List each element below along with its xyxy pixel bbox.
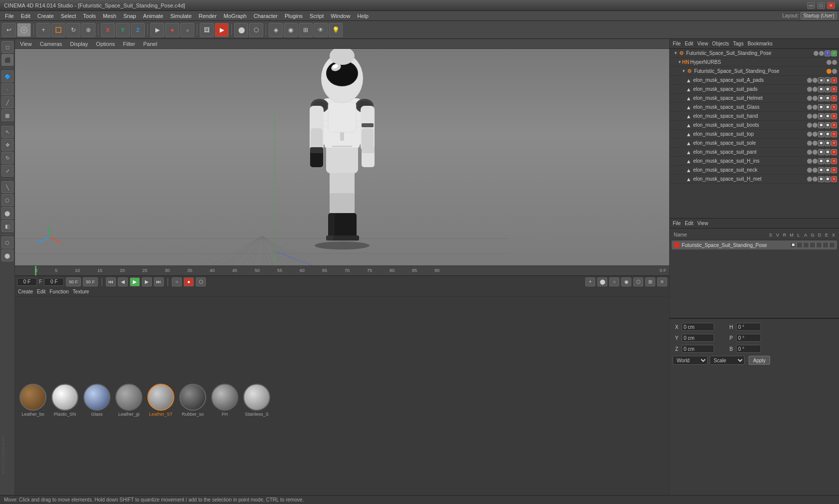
obj-tag-pant-3[interactable]: ✕	[831, 149, 837, 155]
obj-dot-s2[interactable]	[813, 141, 818, 146]
obj-dot-p2[interactable]	[813, 87, 818, 92]
attr-menu-view[interactable]: View	[697, 221, 708, 226]
obj-dot-hn-1[interactable]	[827, 60, 832, 65]
obj-item-sole[interactable]: ▲ elon_musk_space_suit_sole 🔲 🔲 ✕	[670, 139, 839, 148]
play-btn[interactable]: ▶	[150, 23, 164, 37]
key-btn-4[interactable]: ⬡	[633, 277, 643, 286]
obj-tag-a-pads-3[interactable]: ✕	[831, 77, 837, 83]
obj-tag-helmet-1[interactable]: 🔲	[818, 95, 824, 101]
obj-item-pose[interactable]: ▼ ⚙ Futuristic_Space_Suit_Standing_Pose	[670, 67, 839, 76]
obj-tag-sole-1[interactable]: 🔲	[818, 140, 824, 146]
obj-menu-view[interactable]: View	[697, 41, 708, 46]
obj-tag-ins-1[interactable]: 🔲	[818, 158, 824, 164]
vp-menu-cameras[interactable]: Cameras	[38, 40, 64, 47]
obj-dot-2a[interactable]	[813, 78, 818, 83]
obj-dot-m1[interactable]	[807, 177, 812, 182]
obj-tag-a-pads-2[interactable]: 🔲	[825, 77, 831, 83]
obj-menu-tags[interactable]: Tags	[733, 41, 744, 46]
obj-item-a-pads[interactable]: ▲ elon_musk_space_suit_A_pads 🔲 🔲 ✕	[670, 76, 839, 85]
record-btn-transport[interactable]: ●	[184, 277, 194, 286]
move-tool-btn[interactable]	[17, 23, 31, 37]
key-btn-1[interactable]: ⬤	[597, 277, 607, 286]
obj-item-helmet[interactable]: ▲ elon_musk_space_suit_Helmet 🔲 🔲 ✕	[670, 94, 839, 103]
obj-item-pant[interactable]: ▲ elon_musk_space_suit_pant 🔲 🔲 ✕	[670, 148, 839, 157]
attr-selected-row[interactable]: Futuristic_Space_Suit_Standing_Pose 🔲	[672, 241, 837, 250]
obj-arrow-hn[interactable]: ▼	[678, 60, 682, 64]
obj-tag-boots-3[interactable]: ✕	[831, 122, 837, 128]
vp-menu-filter[interactable]: Filter	[121, 40, 137, 47]
obj-item-root[interactable]: ▼ ⚙ Futuristic_Space_Suit_Standing_Pose …	[670, 49, 839, 58]
obj-dot-b1[interactable]	[807, 123, 812, 128]
record-btn[interactable]: ●	[165, 23, 179, 37]
attr-menu-file[interactable]: File	[673, 221, 681, 226]
obj-item-hypernurbs[interactable]: ▼ HN HyperNURBS	[670, 58, 839, 67]
new-btn[interactable]: +	[36, 23, 50, 37]
vp-menu-display[interactable]: Display	[68, 40, 90, 47]
tool-1[interactable]: ↖	[1, 126, 13, 138]
obj-item-neck[interactable]: ▲ elon_musk_space_suit_neck 🔲 🔲 ✕	[670, 166, 839, 175]
menu-help[interactable]: Help	[354, 12, 372, 19]
mat-leather-brown[interactable]: Leather_bo	[18, 384, 48, 417]
start-frame-field[interactable]	[44, 278, 64, 286]
obj-dot-g2[interactable]	[813, 105, 818, 110]
viewport-3d[interactable]: Perspective ↑ ⊞	[15, 49, 669, 265]
obj-dot-1a[interactable]	[807, 78, 812, 83]
obj-tag-h-met-3[interactable]: ✕	[831, 176, 837, 182]
go-start-btn[interactable]: ⏮	[106, 277, 116, 286]
menu-character[interactable]: Character	[251, 12, 281, 19]
attr-icon-1[interactable]: 🔲	[790, 242, 796, 248]
attr-icon-7[interactable]	[829, 242, 835, 248]
obj-tag-pads-1[interactable]: 🔲	[818, 86, 824, 92]
obj-dot-2[interactable]	[819, 51, 824, 56]
keyframe-btn[interactable]: ⬦	[180, 23, 194, 37]
attr-icon-6[interactable]	[823, 242, 829, 248]
coord-x-pos[interactable]	[682, 323, 714, 331]
point-mode-btn[interactable]: ·	[1, 83, 13, 95]
mat-menu-texture[interactable]: Texture	[73, 289, 89, 294]
obj-dot-i1[interactable]	[807, 159, 812, 164]
tool-8[interactable]: ◧	[1, 220, 13, 232]
menu-snap[interactable]: Snap	[120, 12, 139, 19]
key-btn-5[interactable]: ⊞	[645, 277, 655, 286]
undo-btn[interactable]: ↩	[2, 23, 16, 37]
obj-item-top[interactable]: ▲ elon_musk_space_suit_top 🔲 🔲 ✕	[670, 130, 839, 139]
apply-button[interactable]: Apply	[749, 356, 770, 365]
obj-tag-1[interactable]: T	[825, 50, 831, 56]
obj-tag-h-met-2[interactable]: 🔲	[825, 176, 831, 182]
obj-dot-hn-2[interactable]	[832, 60, 837, 65]
menu-create[interactable]: Create	[34, 12, 57, 19]
mat-rubber-sole[interactable]: Rubber_so	[178, 384, 208, 417]
menu-select[interactable]: Select	[58, 12, 79, 19]
coord-h-val[interactable]	[736, 323, 761, 331]
field-btn[interactable]: ◉	[284, 23, 298, 37]
mat-fh[interactable]: FH	[210, 384, 240, 417]
sphere-btn[interactable]: ⬤	[234, 23, 248, 37]
obj-tag-neck-1[interactable]: 🔲	[818, 167, 824, 173]
menu-mograph[interactable]: MoGraph	[221, 12, 250, 19]
vp-menu-view[interactable]: View	[18, 40, 34, 47]
obj-item-h-met[interactable]: ▲ elon_musk_space_suit_H_met 🔲 🔲 ✕	[670, 175, 839, 184]
obj-tag-sole-3[interactable]: ✕	[831, 140, 837, 146]
camera-btn[interactable]: 👁	[314, 23, 328, 37]
menu-window[interactable]: Window	[328, 12, 353, 19]
obj-tag-h-met-1[interactable]: 🔲	[818, 176, 824, 182]
obj-dot-ha2[interactable]	[813, 114, 818, 119]
z-axis-btn[interactable]: Z	[131, 23, 145, 37]
window-controls[interactable]: — □ ✕	[807, 2, 835, 9]
render-view-btn[interactable]: 🖼	[200, 23, 214, 37]
obj-dot-t2[interactable]	[813, 132, 818, 137]
play-forward-btn[interactable]: ▶	[130, 277, 140, 286]
obj-dot-ha1[interactable]	[807, 114, 812, 119]
mat-menu-create[interactable]: Create	[18, 289, 33, 294]
tool-9[interactable]: ⬡	[1, 237, 13, 249]
obj-tag-boots-2[interactable]: 🔲	[825, 122, 831, 128]
tool-4[interactable]: ⤢	[1, 165, 13, 177]
auto-key-btn[interactable]: ○	[172, 277, 182, 286]
obj-dot-n2[interactable]	[813, 168, 818, 173]
go-end-btn[interactable]: ⏭	[154, 277, 164, 286]
current-frame-field[interactable]	[17, 278, 37, 286]
obj-dot-m2[interactable]	[813, 177, 818, 182]
obj-item-ins[interactable]: ▲ elon_musk_space_suit_H_ins 🔲 🔲 ✕	[670, 157, 839, 166]
obj-dot-pa1[interactable]	[807, 150, 812, 155]
obj-dot-n1[interactable]	[807, 168, 812, 173]
